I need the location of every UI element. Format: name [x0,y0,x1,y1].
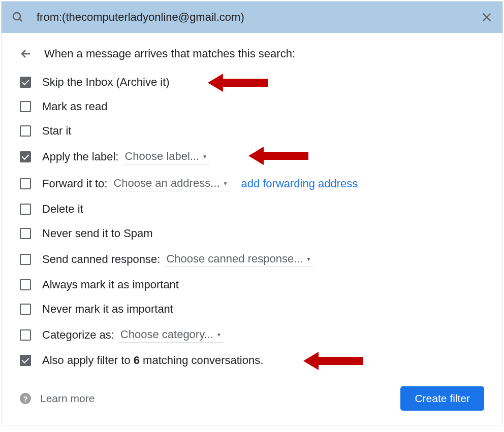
close-icon[interactable] [481,12,492,23]
arrow-annotation [248,146,309,166]
checkbox-skip-inbox[interactable] [20,77,31,88]
arrow-annotation [208,73,269,93]
option-label-categorize-as: Categorize as: [42,328,114,342]
option-row-skip-inbox: Skip the Inbox (Archive it) [20,76,484,89]
option-label-mark-read: Mark as read [42,100,107,113]
chevron-down-icon: ▼ [202,154,207,159]
option-label-star-it: Star it [42,124,71,138]
chevron-down-icon: ▼ [306,256,311,262]
dropdown-apply-label[interactable]: Choose label...▼ [122,149,209,164]
search-icon [12,11,24,23]
create-filter-button[interactable]: Create filter [400,386,484,411]
checkbox-never-spam[interactable] [20,228,31,239]
header-row: When a message arrives that matches this… [20,47,484,60]
chevron-down-icon: ▼ [216,332,222,338]
arrow-annotation [303,351,364,371]
checkbox-also-apply[interactable] [20,355,31,366]
option-row-never-important: Never mark it as important [20,303,484,316]
option-label-always-important: Always mark it as important [42,278,179,291]
search-query[interactable]: from:(thecomputerladyonline@gmail.com) [37,11,481,24]
option-row-delete-it: Delete it [20,203,484,216]
footer: ? Learn more Create filter [20,386,484,411]
search-bar: from:(thecomputerladyonline@gmail.com) [2,2,502,33]
checkbox-delete-it[interactable] [20,204,31,215]
help-icon[interactable]: ? [20,393,31,404]
option-label-canned-response: Send canned response: [42,253,160,266]
checkbox-categorize-as[interactable] [20,329,31,341]
checkbox-canned-response[interactable] [20,254,31,265]
svg-point-0 [13,13,20,20]
header-title: When a message arrives that matches this… [44,47,295,60]
checkbox-always-important[interactable] [20,279,31,290]
link-forward-to[interactable]: add forwarding address [241,177,358,190]
option-row-star-it: Star it [20,124,484,138]
dropdown-forward-to[interactable]: Choose an address...▼ [111,176,230,191]
option-row-mark-read: Mark as read [20,100,484,113]
option-label-forward-to: Forward it to: [42,177,107,190]
checkbox-mark-read[interactable] [20,101,31,112]
svg-marker-5 [208,74,268,92]
learn-more-link[interactable]: Learn more [40,392,94,405]
svg-line-1 [19,19,22,21]
option-label-never-spam: Never send it to Spam [42,227,153,240]
checkbox-apply-label[interactable] [20,151,31,162]
option-label-never-important: Never mark it as important [42,303,173,316]
option-row-categorize-as: Categorize as:Choose category...▼ [20,327,484,343]
option-row-also-apply: Also apply filter to 6 matching conversa… [20,354,484,367]
option-label-also-apply: Also apply filter to 6 matching conversa… [42,354,263,367]
option-row-always-important: Always mark it as important [20,278,484,291]
option-label-skip-inbox: Skip the Inbox (Archive it) [42,76,170,89]
checkbox-star-it[interactable] [20,125,31,137]
chevron-down-icon: ▼ [223,181,228,186]
dropdown-canned-response[interactable]: Choose canned response...▼ [164,251,313,267]
option-label-delete-it: Delete it [42,203,83,216]
option-row-forward-to: Forward it to:Choose an address...▼add f… [20,176,484,191]
checkbox-never-important[interactable] [20,304,31,315]
option-row-apply-label: Apply the label:Choose label...▼ [20,149,484,164]
back-icon[interactable] [20,48,32,60]
checkbox-forward-to[interactable] [20,178,31,189]
svg-marker-6 [248,147,308,165]
option-row-canned-response: Send canned response:Choose canned respo… [20,251,484,267]
svg-marker-7 [303,352,363,370]
dropdown-categorize-as[interactable]: Choose category...▼ [118,327,224,343]
option-row-never-spam: Never send it to Spam [20,227,484,240]
option-label-apply-label: Apply the label: [42,150,118,163]
